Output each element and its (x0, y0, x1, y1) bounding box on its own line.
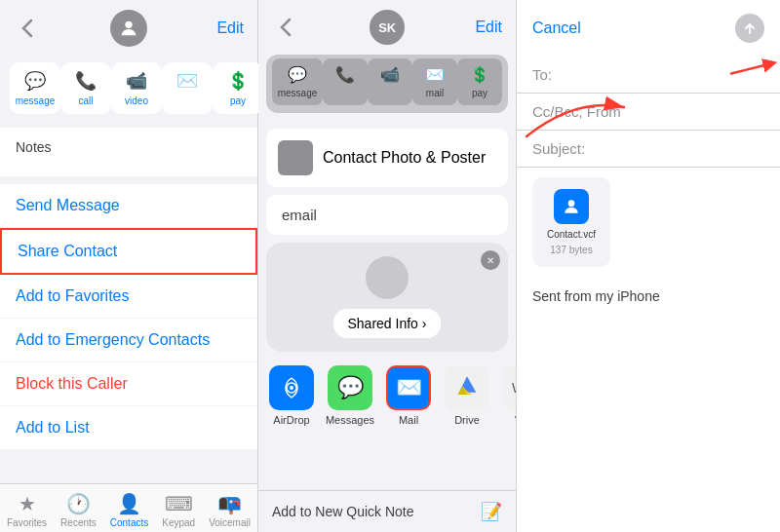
more-app[interactable]: Wi... Wi... (500, 365, 516, 426)
pay-icon: 💲 (227, 70, 249, 92)
panel2-pay-label: pay (472, 88, 488, 98)
chevron-right-icon: › (422, 316, 427, 331)
keypad-icon: ⌨ (165, 492, 193, 515)
contact-photo-poster-label: Contact Photo & Poster (323, 149, 486, 167)
drive-label: Drive (454, 414, 480, 426)
quick-note-bar[interactable]: Add to New Quick Note 📝 (258, 490, 516, 532)
action-buttons: 💬 message 📞 call 📹 video ✉️ 💲 pay (0, 57, 257, 124)
cancel-button[interactable]: Cancel (532, 19, 581, 37)
email-label: email (282, 207, 317, 223)
messages-app[interactable]: 💬 Messages (325, 365, 375, 426)
to-field[interactable]: To: (517, 57, 780, 94)
share-sheet-panel: SK Edit 💬 message 📞 📹 ✉️ mail 💲 pay Cont… (258, 0, 517, 532)
more-label: Wi... (515, 414, 516, 426)
airdrop-label: AirDrop (273, 414, 309, 426)
nav-favorites[interactable]: ★ Favorites (7, 492, 47, 528)
contact-photo-poster[interactable]: Contact Photo & Poster (266, 129, 508, 187)
mail-icon: ✉️ (176, 70, 198, 92)
drive-app[interactable]: Drive (442, 365, 492, 426)
shared-info-avatar (366, 256, 409, 299)
panel2-mail-label: mail (426, 88, 444, 98)
nav-voicemail-label: Voicemail (209, 517, 251, 528)
panel2-mail-icon: ✉️ (425, 65, 445, 84)
mail-app-icon: ✉️ (386, 365, 431, 410)
nav-keypad[interactable]: ⌨ Keypad (162, 492, 195, 528)
sent-from-text: Sent from my iPhone (517, 277, 780, 316)
panel2-video-icon: 📹 (380, 65, 400, 84)
svg-point-0 (126, 21, 133, 28)
call-label: call (78, 95, 93, 106)
panel2-back-button[interactable] (272, 14, 299, 41)
subject-field[interactable]: Subject: (517, 131, 780, 168)
panel2-pay-btn[interactable]: 💲 pay (457, 58, 502, 105)
nav-contacts[interactable]: 👤 Contacts (110, 492, 148, 528)
vcf-icon (554, 189, 589, 224)
contacts-panel: Edit 💬 message 📞 call 📹 video ✉️ 💲 pay N… (0, 0, 258, 532)
messages-icon: 💬 (328, 365, 372, 410)
recents-icon: 🕐 (66, 492, 91, 515)
shared-info-button[interactable]: Shared Info › (333, 309, 440, 338)
send-button[interactable] (735, 14, 764, 43)
svg-point-2 (290, 386, 293, 390)
share-apps-row: AirDrop 💬 Messages ✉️ Mail Drive Wi... W… (258, 360, 516, 432)
attachment-area: Contact.vcf 137 bytes (517, 168, 780, 277)
share-contact-item[interactable]: Share Contact (0, 228, 257, 275)
airdrop-icon (269, 365, 314, 410)
shared-info-section: ✕ Shared Info › (266, 243, 508, 352)
video-icon: 📹 (126, 70, 147, 92)
panel2-video-btn[interactable]: 📹 (368, 58, 412, 105)
panel2-call-icon: 📞 (335, 65, 355, 84)
pay-label: pay (230, 95, 246, 106)
quick-note-icon: 📝 (481, 501, 502, 522)
send-message-item[interactable]: Send Message (0, 184, 257, 228)
menu-list: Send Message Share Contact Add to Favori… (0, 184, 257, 450)
message-action[interactable]: 💬 message (10, 62, 60, 114)
svg-point-3 (568, 200, 575, 207)
contacts-icon: 👤 (117, 492, 141, 515)
cc-bcc-field[interactable]: Cc/Bcc, From (517, 94, 780, 131)
attachment-card: Contact.vcf 137 bytes (532, 177, 610, 267)
pay-action[interactable]: 💲 pay (213, 62, 263, 114)
panel2-call-btn[interactable]: 📞 (323, 58, 368, 105)
voicemail-icon: 📭 (217, 492, 242, 515)
mail-app[interactable]: ✉️ Mail (383, 365, 434, 426)
nav-contacts-label: Contacts (110, 517, 148, 528)
back-button[interactable] (14, 15, 41, 42)
attachment-size: 137 bytes (550, 245, 592, 255)
email-row[interactable]: email (266, 195, 508, 235)
to-label: To: (532, 66, 558, 83)
subject-label: Subject: (532, 140, 585, 157)
message-label: message (16, 95, 56, 106)
airdrop-app[interactable]: AirDrop (266, 365, 317, 426)
edit-button[interactable]: Edit (216, 19, 244, 37)
add-emergency-item[interactable]: Add to Emergency Contacts (0, 319, 257, 362)
notes-section: Notes (0, 128, 257, 176)
message-icon: 💬 (24, 70, 46, 92)
panel1-header: Edit (0, 0, 257, 57)
call-action[interactable]: 📞 call (60, 62, 111, 114)
notes-label: Notes (16, 139, 52, 155)
panel2-mail-btn[interactable]: ✉️ mail (412, 58, 457, 105)
nav-recents[interactable]: 🕐 Recents (60, 492, 97, 528)
panel2-header: SK Edit (258, 0, 516, 55)
cc-bcc-label: Cc/Bcc, From (532, 103, 621, 120)
attachment-name: Contact.vcf (547, 229, 596, 240)
panel2-message-icon: 💬 (288, 65, 307, 84)
add-list-item[interactable]: Add to List (0, 406, 257, 450)
video-action[interactable]: 📹 video (111, 62, 162, 114)
favorites-icon: ★ (19, 492, 36, 515)
add-favorites-item[interactable]: Add to Favorites (0, 275, 257, 319)
nav-voicemail[interactable]: 📭 Voicemail (209, 492, 251, 528)
panel2-pay-icon: 💲 (470, 65, 489, 84)
mail-action[interactable]: ✉️ (162, 62, 213, 114)
close-button[interactable]: ✕ (481, 250, 500, 270)
bottom-nav: ★ Favorites 🕐 Recents 👤 Contacts ⌨ Keypa… (0, 483, 257, 532)
block-caller-item[interactable]: Block this Caller (0, 362, 257, 406)
panel2-edit-button[interactable]: Edit (475, 19, 502, 36)
drive-icon (445, 365, 489, 410)
arrow-indicator (726, 58, 780, 91)
shared-info-label: Shared Info (347, 316, 417, 331)
nav-recents-label: Recents (60, 517, 97, 528)
nav-keypad-label: Keypad (162, 517, 195, 528)
panel2-message-btn[interactable]: 💬 message (272, 58, 323, 105)
